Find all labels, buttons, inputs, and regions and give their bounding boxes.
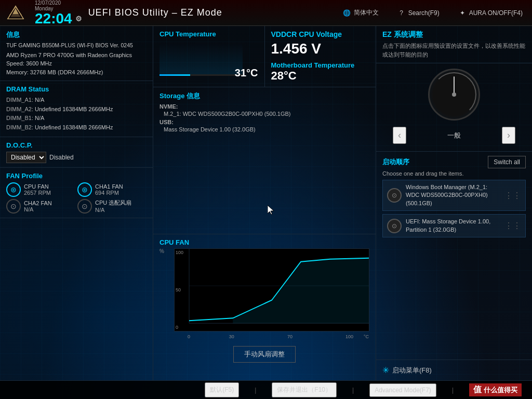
gauge-center-dot	[452, 92, 456, 97]
dram-section: DRAM Status DIMM_A1: N/A DIMM_A2: Undefi…	[0, 81, 153, 137]
boot-item-text-1: UEFI: Mass Storage Device 1.00, Partitio…	[406, 218, 500, 234]
performance-gauge	[428, 69, 480, 121]
docp-section: D.O.C.P. Disabled Enabled Disabled	[0, 137, 153, 168]
cpu-fan-speed: 2657 RPM	[24, 190, 51, 196]
ez-system-desc: 点击下面的图标应用预设置的设置文件，以改善系统性能或达到节能的目的	[376, 42, 532, 63]
vddcr-title: VDDCR CPU Voltage	[271, 30, 370, 38]
gauge-needle	[454, 76, 455, 95]
dram-b2: DIMM_B2: Undefined 16384MB 2666MHz	[6, 123, 147, 132]
memory-info: Memory: 32768 MB (DDR4 2666MHz)	[6, 68, 147, 77]
cha2-fan-speed: N/A	[24, 206, 52, 212]
startup-menu-section: ✳ 启动菜单(F8)	[376, 360, 532, 380]
cha2-fan-item: ⊙ CHA2 FAN N/A	[6, 199, 75, 214]
search-button[interactable]: ? Search(F9)	[393, 7, 444, 19]
brand-icon: 值	[473, 384, 482, 395]
boot-item-menu-1[interactable]: ⋮⋮	[504, 221, 521, 231]
mb-temp-value: 28°C	[271, 69, 370, 83]
aura-button[interactable]: ✦ AURA ON/OFF(F4)	[454, 7, 527, 19]
cha1-fan-item: ⊛ CHA1 FAN 694 RPM	[77, 182, 147, 197]
docp-select[interactable]: Disabled Enabled	[6, 152, 46, 163]
cpu-fan-chart-title: CPU FAN	[159, 238, 369, 246]
cpu-temp-title: CPU Temperature	[159, 30, 258, 38]
cpu-opt-fan-icon: ⊙	[77, 199, 92, 214]
cpu-opt-fan-name: CPU 选配风扇	[95, 199, 131, 207]
boot-item-1[interactable]: ⊙ UEFI: Mass Storage Device 1.00, Partit…	[382, 214, 526, 237]
asus-logo	[5, 4, 26, 22]
board-info: TUF GAMING B550M-PLUS (WI-FI) BIOS Ver. …	[6, 42, 147, 50]
dram-a2: DIMM_A2: Undefined 16384MB 2666MHz	[6, 105, 147, 114]
vddcr-section: VDDCR CPU Voltage 1.456 V Motherboard Te…	[265, 26, 376, 87]
boot-item-text-0: Windows Boot Manager (M.2_1: WDC WDS500G…	[406, 183, 500, 207]
dram-b1: DIMM_B1: N/A	[6, 114, 147, 123]
fan-grid: ⊛ CPU FAN 2657 RPM ⊛ CHA1 FAN 694 RPM	[6, 182, 147, 214]
ez-gauge-area: ‹ 一般 ›	[376, 63, 532, 152]
system-info-section: 信息 TUF GAMING B550M-PLUS (WI-FI) BIOS Ve…	[0, 26, 153, 81]
storage-section: Storage 信息 NVME: M.2_1: WDC WDS500G2B0C-…	[153, 87, 376, 234]
settings-icon[interactable]: ⚙	[75, 15, 82, 22]
advanced-mode-button[interactable]: Advanced Mode(F7)	[369, 383, 436, 397]
vddcr-value: 1.456 V	[271, 41, 370, 57]
cpu-fan-name: CPU FAN	[24, 183, 51, 190]
ez-system-section: EZ 系统调整 点击下面的图标应用预设置的设置文件，以改善系统性能或达到节能的目…	[376, 26, 532, 63]
usb-label: USB:	[159, 119, 369, 125]
clock-time: 22:04	[35, 11, 72, 26]
boot-order-title: 启动顺序	[382, 157, 409, 167]
fan-chart: 100 50 0	[174, 248, 369, 331]
boot-item-0[interactable]: ⊙ Windows Boot Manager (M.2_1: WDC WDS50…	[382, 180, 526, 211]
startup-menu-button[interactable]: ✳ 启动菜单(F8)	[382, 365, 526, 375]
language-selector[interactable]: 🌐 简体中文	[339, 6, 383, 19]
bottom-bar: 默认(F5) | 保存并退出（F10） | Advanced Mode(F7) …	[0, 380, 532, 399]
brand-label: 值 什么值得买	[469, 383, 522, 396]
ez-prev-button[interactable]: ‹	[393, 127, 406, 144]
cpu-fan-item: ⊛ CPU FAN 2657 RPM	[6, 182, 75, 197]
datetime-area: 12/07/2020 Monday 22:04 ⚙	[32, 0, 82, 26]
globe-icon: 🌐	[343, 9, 351, 17]
time-display: 22:04 ⚙	[35, 11, 82, 26]
docp-title: D.O.C.P.	[6, 141, 147, 149]
ez-next-button[interactable]: ›	[502, 127, 515, 144]
cpu-fan-chart-section: CPU FAN % 100 50 0	[153, 234, 376, 381]
header-nav: 🌐 简体中文 ? Search(F9) ✦ AURA ON/OFF(F4)	[339, 6, 527, 19]
dram-a1: DIMM_A1: N/A	[6, 96, 147, 105]
fan-profile-section: FAN Profile ⊛ CPU FAN 2657 RPM ⊛ CHA1 FA…	[0, 168, 153, 218]
cpu-opt-fan-speed: N/A	[95, 207, 131, 213]
fan-profile-title: FAN Profile	[6, 172, 147, 180]
mb-temp-title: Motherboard Temperature	[271, 61, 370, 69]
usb-item: Mass Storage Device 1.00 (32.0GB)	[159, 126, 369, 132]
search-icon: ?	[397, 9, 406, 17]
boot-disk-icon-0: ⊙	[387, 188, 402, 203]
chart-y-label: %	[159, 248, 164, 254]
cha2-fan-icon: ⊙	[6, 199, 21, 214]
system-info-title: 信息	[6, 30, 147, 39]
header: 12/07/2020 Monday 22:04 ⚙ UEFI BIOS Util…	[0, 0, 532, 26]
cha2-fan-name: CHA2 FAN	[24, 200, 52, 206]
boot-order-section: 启动顺序 Switch all Choose one and drag the …	[376, 152, 532, 360]
cpu-temp-value: 31	[235, 67, 246, 78]
boot-disk-icon-1: ⊙	[387, 219, 402, 233]
ez-system-title: EZ 系统调整	[376, 26, 532, 42]
default-button[interactable]: 默认(F5)	[205, 382, 239, 397]
cpu-info: AMD Ryzen 7 PRO 4700G with Radeon Graphi…	[6, 51, 147, 60]
dram-title: DRAM Status	[6, 85, 147, 93]
aura-icon: ✦	[458, 9, 467, 17]
speed-info: Speed: 3600 MHz	[6, 59, 147, 68]
switch-all-button[interactable]: Switch all	[488, 156, 526, 168]
header-title: UEFI BIOS Utility – EZ Mode	[88, 7, 332, 18]
storage-title: Storage 信息	[159, 91, 369, 101]
cpu-fan-icon: ⊛	[6, 182, 21, 197]
cpu-optional-fan-item: ⊙ CPU 选配风扇 N/A	[77, 199, 147, 214]
save-exit-button[interactable]: 保存并退出（F10）	[272, 382, 337, 397]
asterisk-icon: ✳	[382, 365, 389, 375]
ez-mode-label: 一般	[447, 131, 461, 140]
boot-item-menu-0[interactable]: ⋮⋮	[504, 191, 521, 201]
docp-value: Disabled	[49, 154, 74, 161]
cha1-fan-icon: ⊛	[77, 182, 92, 197]
fan-adjust-button[interactable]: 手动风扇调整	[233, 346, 296, 363]
date-label: 12/07/2020 Monday	[35, 0, 61, 11]
top-mid-section: CPU Temperature 31°C VDDCR CPU Voltage 1…	[153, 26, 376, 87]
boot-order-desc: Choose one and drag the items.	[382, 170, 526, 177]
svg-marker-6	[189, 258, 369, 323]
cpu-temp-section: CPU Temperature 31°C	[153, 26, 265, 87]
cha1-fan-speed: 694 RPM	[95, 190, 123, 196]
nvme-item: M.2_1: WDC WDS500G2B0C-00PXH0 (500.1GB)	[159, 111, 369, 117]
